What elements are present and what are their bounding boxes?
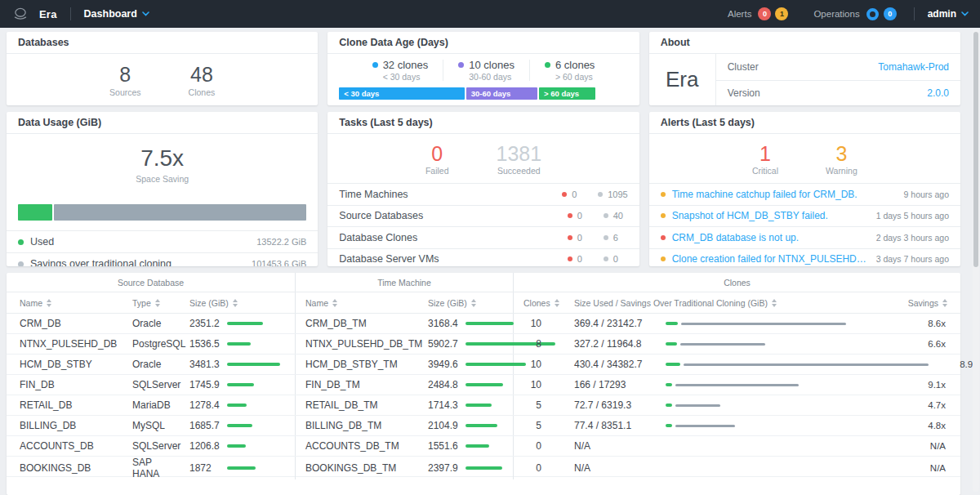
table-row[interactable]: BILLING_DB MySQL 1685.7 BILLING_DB_TM 21…: [7, 416, 960, 436]
tasks-list: Time Machines 0 1095 Source Databases 0 …: [327, 183, 639, 266]
col-header-clones[interactable]: Clones: [514, 292, 564, 313]
alert-link[interactable]: Snapshot of HCM_DB_STBY failed.: [672, 210, 828, 221]
alerts-indicator[interactable]: Alerts 0 1: [728, 7, 792, 20]
operations-badge[interactable]: 0: [884, 7, 897, 20]
size-used-savings: 327.2 / 11964.8: [564, 334, 897, 354]
savings-ratio: 4.7x: [897, 395, 960, 415]
failed-dot-icon: [568, 235, 572, 240]
col-header-tm-name[interactable]: Name: [296, 292, 418, 313]
scrollbar-thumb[interactable]: [973, 32, 978, 267]
alerts-card: Alerts (Last 5 days) 1 Critical 3 Warnin…: [649, 112, 960, 266]
table-row[interactable]: BOOKINGS_DB SAP HANA 1872 BOOKINGS_DB_TM…: [7, 457, 960, 477]
size-bar: [466, 322, 514, 325]
source-db-size: 1536.5: [180, 334, 296, 354]
warning-label: Warning: [826, 166, 858, 176]
used-bar: [666, 322, 678, 325]
clone-age-segment: < 30 days: [339, 87, 464, 100]
alert-row: Snapshot of HCM_DB_STBY failed. 1 days 5…: [649, 205, 960, 227]
version-link[interactable]: 2.0.0: [927, 87, 949, 99]
task-row: Database Server VMs 0 0: [327, 248, 639, 267]
used-bar: [666, 404, 672, 407]
col-header-size[interactable]: Size (GiB): [180, 292, 296, 313]
databases-card: Databases 8 Sources 48 Clones: [7, 32, 318, 105]
legend-dot: [18, 239, 24, 245]
sort-icon[interactable]: [47, 299, 51, 307]
space-saving-value: 7.5x: [140, 145, 184, 172]
table-row[interactable]: ACCOUNTS_DB SQLServer 1206.8 ACCOUNTS_DB…: [7, 436, 960, 457]
table-row[interactable]: CRM_DB Oracle 2351.2 CRM_DB_TM 3168.4 10…: [7, 314, 960, 334]
about-card: About Era Cluster Tomahawk-Prod Version …: [649, 32, 960, 105]
size-bar: [466, 404, 492, 407]
source-db-size: 2351.2: [180, 314, 296, 333]
time-machine-name: NTNX_PULSEHD_DB_TM: [296, 334, 418, 354]
used-legend-row: Used 13522.2 GiB: [7, 230, 318, 252]
critical-label: Critical: [752, 166, 778, 176]
operations-progress-icon[interactable]: [866, 8, 879, 20]
task-row: Time Machines 0 1095: [327, 183, 639, 205]
sort-icon[interactable]: [155, 299, 160, 307]
time-machine-size: 2397.9: [418, 457, 514, 479]
dashboard-menu[interactable]: Dashboard: [84, 8, 149, 20]
databases-card-title: Databases: [7, 32, 318, 54]
savings-ratio: N/A: [897, 436, 960, 456]
source-db-name: FIN_DB: [7, 375, 122, 395]
nutanix-logo-icon[interactable]: [11, 5, 29, 23]
size-bar: [227, 444, 246, 448]
legend-range: > 60 days: [555, 72, 595, 82]
clone-count: 5: [514, 395, 564, 415]
clone-count: 10: [514, 355, 564, 374]
alert-timestamp: 1 days 5 hours ago: [876, 211, 949, 221]
savings-ratio: 9.1x: [897, 375, 960, 395]
operations-indicator[interactable]: Operations 0: [813, 7, 900, 20]
alert-link[interactable]: Time machine catchup failed for CRM_DB.: [672, 189, 858, 200]
table-row[interactable]: NTNX_PULSEHD_DB PostgreSQL 1536.5 NTNX_P…: [7, 334, 960, 355]
alerts-warning-badge[interactable]: 1: [775, 7, 788, 20]
sort-icon[interactable]: [332, 299, 337, 307]
table-row[interactable]: RETAIL_DB MariaDB 1278.4 RETAIL_DB_TM 17…: [7, 395, 960, 416]
cluster-link[interactable]: Tomahawk-Prod: [878, 61, 949, 73]
legend-dot: [458, 62, 464, 68]
data-usage-card: Data Usage (GiB) 7.5x Space Saving Used …: [7, 112, 318, 266]
table-row[interactable]: HCM_DB_STBY Oracle 3481.3 HCM_DB_STBY_TM…: [7, 355, 960, 375]
size-used-savings: 166 / 17293: [564, 375, 897, 395]
cluster-row: Cluster Tomahawk-Prod: [716, 54, 960, 80]
col-header-name[interactable]: Name: [7, 292, 122, 313]
source-db-name: CRM_DB: [7, 314, 122, 333]
clone-count: 0: [514, 457, 564, 479]
alert-timestamp: 9 hours ago: [904, 190, 949, 199]
alert-link[interactable]: CRM_DB database is not up.: [672, 232, 799, 243]
sort-icon[interactable]: [772, 299, 777, 307]
time-machine-size: 1714.3: [418, 395, 514, 415]
time-machine-size: 2484.8: [418, 375, 514, 395]
col-header-tm-size[interactable]: Size (GiB): [418, 292, 514, 313]
sort-icon[interactable]: [471, 299, 476, 307]
user-menu[interactable]: admin: [928, 8, 969, 20]
clones-label: Clones: [189, 87, 216, 97]
alerts-critical-badge[interactable]: 0: [758, 7, 771, 20]
sort-icon[interactable]: [942, 299, 947, 307]
size-bar: [227, 466, 256, 470]
table-row[interactable]: FIN_DB SQLServer 1745.9 FIN_DB_TM 2484.8…: [7, 375, 960, 395]
legend-range: < 30 days: [383, 72, 429, 82]
sort-icon[interactable]: [555, 299, 559, 307]
source-db-type: SQLServer: [122, 436, 180, 456]
succeeded-stat: 1381 Succeeded: [496, 143, 541, 176]
failed-dot-icon: [562, 192, 567, 197]
size-bar: [227, 342, 251, 346]
size-bar: [466, 424, 497, 427]
source-db-size: 1872: [180, 457, 296, 479]
page-scrollbar[interactable]: [973, 29, 979, 492]
product-name-panel: Era: [649, 54, 716, 105]
sort-icon[interactable]: [233, 299, 238, 307]
col-header-savings[interactable]: Savings: [897, 292, 960, 313]
col-header-type[interactable]: Type: [122, 292, 180, 313]
failed-dot-icon: [568, 213, 572, 218]
data-usage-bar: [18, 204, 306, 221]
databases-table-card: Source Database Time Machine Clones Name…: [7, 273, 960, 495]
alert-link[interactable]: Clone creation failed for NTNX_PULSEHD_D…: [672, 253, 868, 265]
task-failed-count: 0: [572, 190, 577, 199]
failed-count: 0: [425, 143, 449, 164]
time-machine-name: ACCOUNTS_DB_TM: [296, 436, 418, 456]
space-saving-label: Space Saving: [136, 174, 189, 184]
col-header-size-used[interactable]: Size Used / Savings Over Traditional Clo…: [564, 292, 897, 313]
